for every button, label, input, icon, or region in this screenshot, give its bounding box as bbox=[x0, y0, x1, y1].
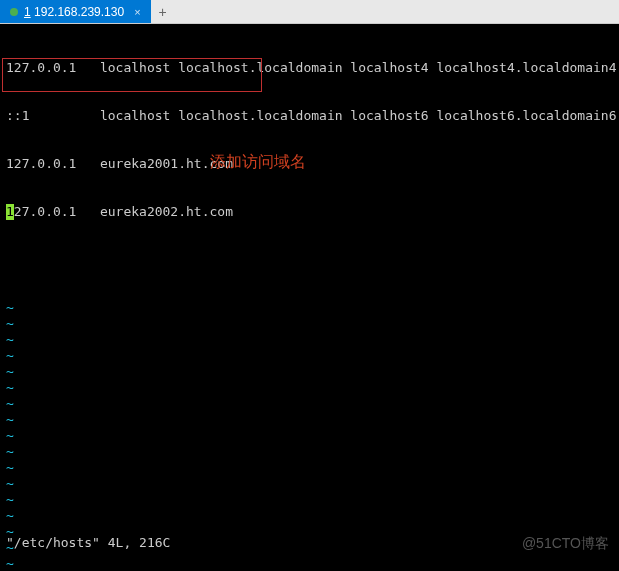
tab-bar: 1 192.168.239.130 × + bbox=[0, 0, 619, 24]
hosts-line: ::1 localhost localhost.localdomain loca… bbox=[6, 108, 613, 124]
hosts-line: 127.0.0.1 eureka2002.ht.com bbox=[6, 204, 613, 220]
empty-line-tilde: ~ bbox=[6, 380, 613, 396]
empty-line-tilde: ~ bbox=[6, 428, 613, 444]
empty-line-tilde: ~ bbox=[6, 556, 613, 571]
empty-line-tilde: ~ bbox=[6, 492, 613, 508]
watermark: @51CTO博客 bbox=[522, 535, 609, 551]
vim-status-line: "/etc/hosts" 4L, 216C bbox=[6, 535, 170, 551]
empty-line-tilde: ~ bbox=[6, 460, 613, 476]
annotation-label: 添加访问域名 bbox=[210, 154, 306, 170]
close-icon[interactable]: × bbox=[134, 6, 140, 18]
tab-label: 1 192.168.239.130 bbox=[24, 5, 124, 19]
add-tab-button[interactable]: + bbox=[153, 2, 173, 22]
empty-line-tilde: ~ bbox=[6, 348, 613, 364]
empty-line-tilde: ~ bbox=[6, 476, 613, 492]
empty-line-tilde: ~ bbox=[6, 412, 613, 428]
empty-line-tilde: ~ bbox=[6, 332, 613, 348]
terminal[interactable]: 127.0.0.1 localhost localhost.localdomai… bbox=[0, 24, 619, 571]
tab-active[interactable]: 1 192.168.239.130 × bbox=[0, 0, 151, 23]
hosts-line: 127.0.0.1 localhost localhost.localdomai… bbox=[6, 60, 613, 76]
empty-line-tilde: ~ bbox=[6, 444, 613, 460]
hosts-line: 127.0.0.1 eureka2001.ht.com bbox=[6, 156, 613, 172]
empty-line-tilde: ~ bbox=[6, 396, 613, 412]
cursor: 1 bbox=[6, 204, 14, 220]
connection-status-icon bbox=[10, 8, 18, 16]
empty-line-tilde: ~ bbox=[6, 364, 613, 380]
empty-line-tilde: ~ bbox=[6, 508, 613, 524]
empty-line-tilde: ~ bbox=[6, 300, 613, 316]
empty-line-tilde: ~ bbox=[6, 316, 613, 332]
